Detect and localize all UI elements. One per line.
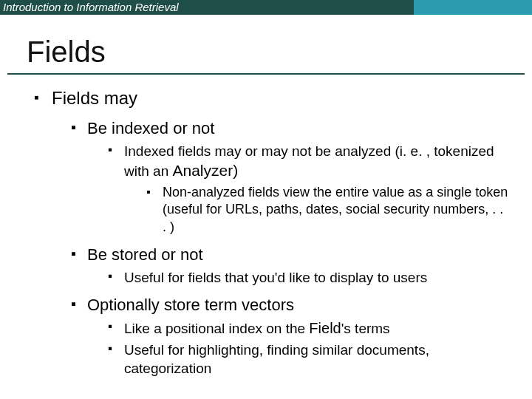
bullet-text-part: 's terms [341,321,390,336]
bullet-text: Fields may [52,88,137,108]
bullet-text: Be stored or not [87,245,203,264]
slide-title: Fields [0,15,532,73]
bullet-text: Optionally store term vectors [87,296,294,314]
bullet-text: Useful for fields that you'd like to dis… [124,270,427,285]
bullet-be-stored: Be stored or not Useful for fields that … [71,244,510,287]
bullet-text: Non-analyzed fields view the entire valu… [163,185,508,235]
slide: { "header": { "course": "Introduction to… [0,0,532,399]
bullet-be-indexed: Be indexed or not Indexed fields may or … [71,117,510,236]
bullet-non-analyzed: Non-analyzed fields view the entire valu… [146,184,510,236]
slide-content: Fields may Be indexed or not Indexed fie… [0,75,532,378]
bullet-positional-index: Like a positional index on the Field's t… [108,318,510,338]
bullet-stored-useful: Useful for fields that you'd like to dis… [108,268,510,287]
bullet-term-vectors: Optionally store term vectors Like a pos… [71,294,510,378]
bullet-text: Be indexed or not [87,119,214,137]
header-course-title: Introduction to Information Retrieval [0,0,414,15]
bullet-highlighting: Useful for highlighting, finding similar… [108,341,510,378]
bullet-text-part: Like a positional index on the [124,321,309,336]
bullet-indexed-analyzed: Indexed fields may or may not be analyze… [108,142,510,236]
header-accent [414,0,532,15]
header-bar: Introduction to Information Retrieval [0,0,532,15]
code-analyzer: Analyzer) [172,162,238,179]
code-field: Field [309,320,341,336]
bullet-text: Useful for highlighting, finding similar… [124,342,429,376]
bullet-fields-may: Fields may Be indexed or not Indexed fie… [34,86,510,378]
